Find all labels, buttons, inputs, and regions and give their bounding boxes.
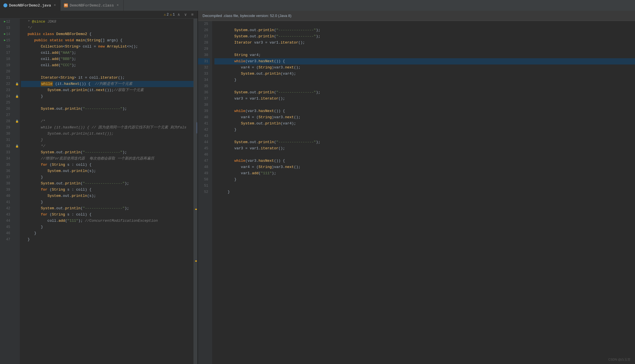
r-code-46 (214, 152, 635, 158)
line-20: 20 (0, 68, 12, 75)
r-line-26: 26 (198, 27, 210, 33)
r-code-52: } (214, 189, 635, 195)
line-33: 33 (0, 149, 12, 156)
line-23: 23 (0, 87, 12, 93)
gutter-12 (14, 19, 20, 25)
gutter-18 (14, 56, 20, 62)
line-18: 18 (0, 56, 12, 62)
gutter-30 (14, 131, 20, 137)
code-line-33: System.out.println("----------------"); (21, 149, 193, 156)
left-code-area: 12 13 14 15 16 17 18 19 20 21 22 23 24 2… (0, 19, 197, 364)
menu-button[interactable]: ≡ (190, 12, 195, 18)
decompile-banner: Decompiled .class file, bytecode version… (198, 11, 635, 21)
r-code-28: Iterator var3 = var1.iterator(); (214, 40, 635, 46)
gutter-31 (14, 137, 20, 143)
r-line-51: 51 (198, 183, 210, 189)
line-26: 26 (0, 106, 12, 112)
r-code-25 (214, 21, 635, 27)
navigate-down-button[interactable]: ∨ (183, 12, 188, 18)
line-36: 36 (0, 168, 12, 174)
code-line-22: while (it.hasNext()) { //判断是有下一个元素 (21, 81, 193, 87)
gutter-42 (14, 205, 20, 212)
watermark: CSDN @白玉苦 (608, 357, 630, 362)
tab-class-label: DemoNBForDemo2.class (70, 3, 114, 8)
gutter-16 (14, 44, 20, 50)
r-line-29: 29 (198, 46, 210, 52)
navigate-up-button[interactable]: ∧ (176, 12, 182, 18)
r-line-42: 42 (198, 127, 210, 133)
gutter-35 (14, 162, 20, 168)
right-line-numbers: 25 26 27 28 29 30 31 32 33 34 35 36 37 3… (198, 21, 212, 364)
left-scrollbar[interactable] (193, 19, 197, 364)
r-line-48: 48 (198, 164, 210, 170)
tab-class[interactable]: 01 DemoNBForDemo2.class × (61, 0, 123, 11)
gutter-28: 🔒 (14, 118, 20, 124)
warning-icon: ⚠ (164, 12, 166, 17)
r-line-31: 31 (198, 58, 210, 64)
r-code-47: while(var3.hasNext()) { (214, 158, 635, 164)
code-line-45: } (21, 224, 193, 230)
gutter-29 (14, 124, 20, 131)
line-39: 39 (0, 187, 12, 193)
r-code-43 (214, 133, 635, 139)
warning-badge: ⚠ 2 (164, 12, 169, 17)
tab-java-close[interactable]: × (53, 3, 57, 8)
line-41: 41 (0, 199, 12, 205)
r-line-43: 43 (198, 133, 210, 139)
r-code-29 (214, 46, 635, 52)
gutter-38 (14, 180, 20, 187)
r-code-45: var3 = var1.iterator(); (214, 145, 635, 152)
left-line-numbers: 12 13 14 15 16 17 18 19 20 21 22 23 24 2… (0, 19, 14, 364)
r-code-48: var4 = (String)var3.next(); (214, 164, 635, 170)
right-code-content[interactable]: System.out.println("----------------"); … (212, 21, 635, 364)
scrollbar-thumb (196, 122, 197, 133)
right-pane: Decompiled .class file, bytecode version… (198, 11, 635, 364)
line-35: 35 (0, 162, 12, 168)
gutter-37 (14, 174, 20, 180)
line-12: 12 (0, 19, 12, 25)
gutter-14 (14, 31, 20, 37)
code-line-17: coll.add("AAA"); (21, 50, 193, 56)
line-22: 22 (0, 81, 12, 87)
error-count: 1 (173, 13, 175, 17)
line-42: 42 (0, 205, 12, 212)
r-line-38: 38 (198, 102, 210, 108)
tab-java-label: DemoNBForDemo2.java (9, 3, 51, 8)
left-code-content[interactable]: * @since JDK8 */ public class DemoNBForD… (20, 19, 193, 364)
gutter-32: 🔒 (14, 143, 20, 149)
r-line-41: 41 (198, 120, 210, 127)
code-line-47: } (21, 236, 193, 243)
code-line-35: for (String s : coll) { (21, 162, 193, 168)
tab-java[interactable]: DemoNBForDemo2.java × (0, 0, 61, 11)
code-line-41: } (21, 199, 193, 205)
gutter-47 (14, 236, 20, 243)
code-line-31: } (21, 137, 193, 143)
r-code-51 (214, 183, 635, 189)
line-27: 27 (0, 112, 12, 118)
r-code-42: } (214, 127, 635, 133)
gutter-15 (14, 37, 20, 44)
decompile-banner-text: Decompiled .class file, bytecode version… (203, 14, 291, 18)
error-badge: ⚠ 1 (170, 12, 175, 17)
line-17: 17 (0, 50, 12, 56)
r-line-47: 47 (198, 158, 210, 164)
r-line-37: 37 (198, 96, 210, 102)
r-line-33: 33 (198, 71, 210, 77)
gutter-44 (14, 218, 20, 224)
r-line-39: 39 (198, 108, 210, 114)
line-45: 45 (0, 224, 12, 230)
code-line-42: System.out.println("-----------------"); (21, 205, 193, 212)
gutter-33 (14, 149, 20, 156)
gutter-17 (14, 50, 20, 56)
code-line-20 (21, 68, 193, 75)
r-code-33: System.out.println(var4); (214, 71, 635, 77)
gutter-40 (14, 193, 20, 199)
gutter-21 (14, 75, 20, 81)
code-line-21: Iterator<String> it = coll.iterator(); (21, 75, 193, 81)
tab-class-close[interactable]: × (115, 3, 120, 8)
gutter-25 (14, 100, 20, 106)
code-line-18: coll.add("BBB"); (21, 56, 193, 62)
gutter-27 (14, 112, 20, 118)
line-28: 28 (0, 118, 12, 124)
line-47: 47 (0, 236, 12, 243)
